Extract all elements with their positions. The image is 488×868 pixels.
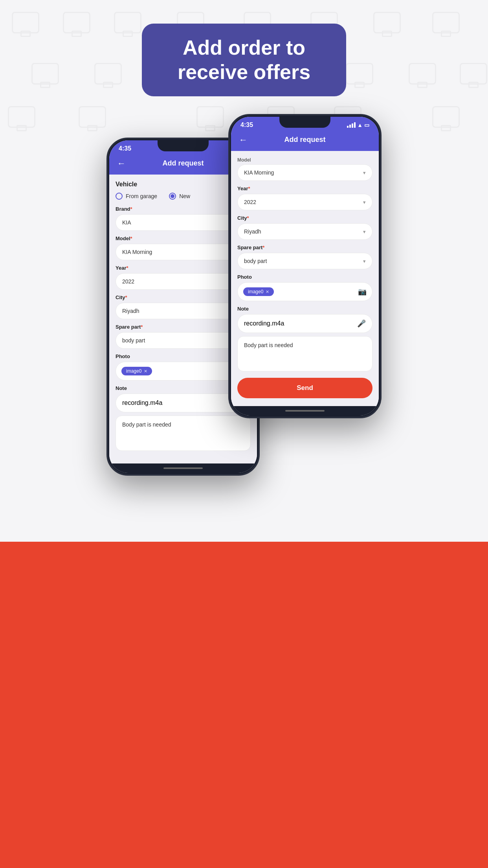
signal-bar-3	[352, 123, 353, 128]
photo-remove-right[interactable]: ✕	[266, 289, 269, 294]
year-label-right: Year*	[237, 186, 372, 191]
send-button[interactable]: Send	[237, 378, 372, 398]
hero-banner: Add order to receive offers	[142, 24, 346, 96]
new-label: New	[179, 193, 190, 199]
phone-right: 4:35 ▶ ▲ ▭ ← Add request	[228, 114, 382, 418]
wifi-icon: ▲	[357, 122, 363, 128]
city-value-left: Riyadh	[122, 308, 139, 314]
model-value-left: KIA Morning	[122, 249, 152, 255]
status-icons-right: ▲ ▭	[347, 122, 369, 128]
photo-label-right: Photo	[237, 274, 372, 280]
form-right: Model KIA Morning ▾ Year* 2022 ▾ City*	[231, 151, 379, 406]
from-garage-label: From garage	[126, 193, 157, 199]
back-button-left[interactable]: ←	[117, 158, 126, 169]
model-input-right[interactable]: KIA Morning ▾	[237, 164, 372, 181]
model-chevron: ▾	[363, 170, 366, 176]
brand-value: KIA	[122, 219, 131, 226]
signal-bars	[347, 122, 356, 128]
header-title-left: Add request	[162, 159, 204, 167]
year-value-left: 2022	[122, 278, 134, 285]
home-indicator-right	[231, 406, 379, 416]
photo-tag-right[interactable]: image0 ✕	[243, 287, 274, 296]
year-input-right[interactable]: 2022 ▾	[237, 194, 372, 210]
back-button-right[interactable]: ←	[239, 135, 248, 145]
spare-part-input-right[interactable]: body part ▾	[237, 253, 372, 269]
time-left: 4:35	[119, 145, 131, 152]
status-bar-right: 4:35 ▶ ▲ ▭	[231, 117, 379, 132]
note-audio-value-right: recording.m4a	[244, 320, 284, 327]
phones-container: 4:35 ▶ ← Add request Vehicle From garage	[0, 114, 488, 476]
photo-tag-text-left: image0	[126, 368, 141, 374]
photo-remove-left[interactable]: ✕	[144, 369, 147, 374]
photo-tag-left[interactable]: image0 ✕	[121, 367, 152, 375]
background-bottom	[0, 542, 488, 868]
year-chevron: ▾	[363, 199, 366, 205]
signal-bar-2	[349, 125, 351, 128]
model-partial-label: Model	[237, 157, 372, 163]
app-header-right: ← Add request	[231, 132, 379, 151]
header-title-right: Add request	[284, 136, 325, 144]
photo-field-right[interactable]: image0 ✕ 📷	[237, 282, 372, 301]
from-garage-option[interactable]: From garage	[116, 193, 157, 200]
notch-right	[279, 117, 330, 128]
home-bar-right	[285, 410, 325, 412]
signal-bar-4	[354, 122, 356, 128]
note-audio-value-left: recording.m4a	[122, 399, 162, 406]
from-garage-radio[interactable]	[116, 193, 123, 200]
signal-bar-1	[347, 126, 349, 128]
phone-right-screen: 4:35 ▶ ▲ ▭ ← Add request	[231, 117, 379, 416]
note-label-right: Note	[237, 306, 372, 312]
year-value-right: 2022	[244, 199, 256, 205]
mic-icon-right[interactable]: 🎤	[357, 319, 366, 328]
spare-part-chevron: ▾	[363, 258, 366, 264]
note-audio-right[interactable]: recording.m4a 🎤	[237, 314, 372, 333]
note-text-left[interactable]: Body part is needed	[116, 416, 251, 451]
model-value-right: KIA Morning	[244, 169, 274, 176]
hero-title: Add order to receive offers	[169, 35, 319, 85]
city-value-right: Riyadh	[244, 228, 261, 235]
battery-icon: ▭	[364, 122, 369, 128]
photo-tag-text-right: image0	[248, 289, 263, 294]
notch-left	[158, 140, 209, 151]
city-label-right: City*	[237, 215, 372, 221]
camera-icon[interactable]: 📷	[358, 287, 367, 296]
note-text-right[interactable]: Body part is needed	[237, 336, 372, 371]
new-radio[interactable]	[169, 193, 176, 200]
home-indicator-left	[109, 463, 257, 473]
new-option[interactable]: New	[169, 193, 190, 200]
city-chevron: ▾	[363, 229, 366, 235]
spare-part-label-right: Spare part*	[237, 245, 372, 250]
home-bar-left	[163, 467, 203, 469]
time-right: 4:35	[240, 121, 253, 129]
spare-part-value-right: body part	[244, 258, 267, 264]
spare-part-value-left: body part	[122, 337, 145, 344]
city-input-right[interactable]: Riyadh ▾	[237, 223, 372, 240]
